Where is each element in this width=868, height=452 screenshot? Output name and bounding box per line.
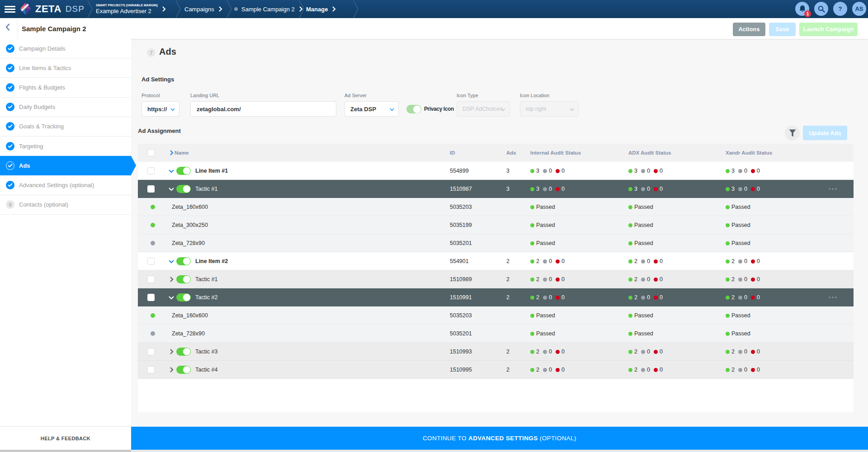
row-menu-button[interactable]	[829, 180, 837, 198]
table-row-zeta-160x600[interactable]: Zeta_160x6005035203PassedPassedPassed	[138, 306, 854, 325]
update-ads-button[interactable]: Update Ads	[803, 126, 847, 140]
row-ads-count: 2	[506, 252, 509, 270]
table-row-tactic-1[interactable]: Tactic #115109892200200200	[138, 270, 854, 288]
sidebar-item-campaign-details[interactable]: Campaign Details	[0, 39, 131, 58]
help-feedback-button[interactable]: HELP & FEEDBACK	[0, 426, 131, 450]
table-row-line-item-2[interactable]: Line Item #25549012200200200	[138, 252, 854, 270]
row-expand-chevron-icon[interactable]	[168, 361, 175, 379]
col-header-internal-audit[interactable]: Internal Audit Status	[530, 144, 581, 162]
row-active-toggle[interactable]	[176, 167, 191, 175]
help-icon[interactable]: ?	[833, 2, 847, 16]
row-menu-button[interactable]	[829, 288, 837, 306]
row-expand-chevron-icon[interactable]	[168, 180, 175, 198]
table-row-zeta-300x250[interactable]: Zeta_300x2505035199PassedPassedPassed	[138, 216, 854, 234]
title-divider	[17, 18, 18, 39]
search-icon[interactable]	[814, 2, 828, 16]
breadcrumb-advertiser[interactable]: SMART PROJECTS (VARIABLE MARGIN) Example…	[96, 0, 166, 18]
row-active-toggle[interactable]	[176, 185, 191, 193]
row-active-toggle[interactable]	[176, 293, 191, 301]
filter-button[interactable]	[785, 126, 800, 141]
sidebar-item-daily-budgets[interactable]: Daily Budgets	[0, 98, 131, 117]
audit-count: 0	[556, 258, 565, 264]
ad-id: 5035203	[450, 306, 472, 325]
save-button[interactable]: Save	[769, 23, 796, 36]
table-row-tactic-4[interactable]: Tactic #415109952200200200	[138, 361, 854, 379]
audit-count: 0	[556, 186, 565, 192]
chevron-right-icon	[162, 6, 166, 12]
table-footer-space	[138, 379, 854, 412]
row-expand-chevron-icon[interactable]	[168, 343, 175, 361]
row-checkbox[interactable]	[147, 294, 155, 301]
audit-count: 0	[654, 168, 663, 174]
col-header-name[interactable]: Name	[175, 144, 189, 162]
table-row-zeta-728x90[interactable]: Zeta_728x905035201PassedPassedPassed	[138, 234, 854, 252]
audit-count: 0	[556, 294, 565, 301]
notifications-bell-icon[interactable]: 1	[795, 2, 809, 16]
landing-url-input[interactable]: zetaglobal.com/	[190, 101, 336, 117]
privacy-icon-toggle[interactable]	[406, 105, 421, 113]
sidebar-item-goals-tracking[interactable]: Goals & Tracking	[0, 117, 131, 137]
row-expand-chevron-icon[interactable]	[168, 252, 175, 270]
audit-count: 0	[556, 367, 565, 373]
row-checkbox[interactable]	[147, 276, 155, 283]
ad-status-dot-icon	[151, 331, 155, 336]
check-circle-icon	[6, 64, 14, 72]
launch-campaign-button[interactable]: Launch Campaign	[799, 23, 858, 36]
audit-count: 2	[628, 276, 637, 282]
back-button[interactable]	[5, 24, 15, 33]
row-checkbox[interactable]	[147, 167, 155, 174]
icon-location-select[interactable]: top right	[520, 101, 579, 117]
row-checkbox[interactable]	[147, 366, 155, 373]
expand-all-chevron-icon[interactable]	[168, 144, 175, 162]
ad-name: Zeta_160x600	[172, 198, 208, 216]
row-active-toggle[interactable]	[176, 275, 191, 283]
row-checkbox[interactable]	[147, 258, 155, 265]
select-all-checkbox[interactable]	[147, 149, 155, 156]
icon-type-select[interactable]: DSP AdChoices	[457, 101, 510, 117]
row-active-toggle[interactable]	[176, 348, 191, 356]
table-row-zeta-728x90[interactable]: Zeta_728x905035201PassedPassedPassed	[138, 325, 854, 343]
ad-server-select[interactable]: Zeta DSP	[344, 101, 399, 117]
row-active-toggle[interactable]	[176, 366, 191, 374]
sidebar-item-line-items-tactics[interactable]: Line Items & Tactics	[0, 58, 131, 78]
row-checkbox[interactable]	[147, 348, 155, 355]
continue-button[interactable]: CONTINUE TO ADVANCED SETTINGS (OPTIONAL)	[131, 427, 868, 450]
breadcrumb-divider	[87, 0, 93, 18]
row-name: Tactic #3	[195, 343, 217, 361]
row-expand-chevron-icon[interactable]	[168, 288, 175, 306]
breadcrumb-campaigns[interactable]: Campaigns	[184, 0, 222, 18]
table-row-tactic-2[interactable]: Tactic #215109912200200200	[138, 288, 854, 306]
breadcrumb-campaign[interactable]: Sample Campaign 2	[234, 0, 303, 18]
audit-passed: Passed	[726, 204, 750, 210]
table-row-tactic-3[interactable]: Tactic #315109932200200200	[138, 343, 854, 361]
row-checkbox[interactable]	[147, 185, 155, 193]
row-active-toggle[interactable]	[176, 257, 191, 265]
table-row-line-item-1[interactable]: Line Item #15548993300300300	[138, 162, 854, 180]
avatar[interactable]: AS	[852, 2, 866, 16]
audit-count: 3	[628, 186, 637, 192]
sidebar-item-contacts-optional[interactable]: 9Contacts (optional)	[0, 195, 131, 215]
zeta-dsp-logo[interactable]: ZETA DSP	[20, 3, 85, 15]
table-row-zeta-160x600[interactable]: Zeta_160x6005035203PassedPassedPassed	[138, 198, 854, 216]
sidebar-item-ads[interactable]: Ads	[0, 156, 131, 175]
row-id: 1510987	[450, 180, 472, 198]
col-header-xandr-audit[interactable]: Xandr Audit Status	[726, 144, 772, 162]
hamburger-menu-icon[interactable]	[5, 6, 15, 13]
col-header-adx-audit[interactable]: ADX Audit Status	[628, 144, 671, 162]
col-header-ads[interactable]: Ads	[506, 144, 516, 162]
row-name: Tactic #4	[195, 361, 217, 379]
audit-count: 2	[530, 348, 539, 355]
table-row-tactic-1[interactable]: Tactic #115109873300300300	[138, 180, 854, 198]
breadcrumb-manage[interactable]: Manage	[306, 0, 336, 18]
protocol-select[interactable]: https://	[142, 101, 179, 117]
col-header-id[interactable]: ID	[450, 144, 455, 162]
ad-status-dot-icon	[151, 223, 155, 227]
sidebar-item-advanced-settings-optional[interactable]: Advanced Settings (optional)	[0, 175, 131, 195]
actions-button[interactable]: Actions	[733, 23, 765, 36]
icon-type-label: Icon Type	[457, 93, 478, 98]
sidebar-item-flights-budgets[interactable]: Flights & Budgets	[0, 78, 131, 97]
row-expand-chevron-icon[interactable]	[168, 162, 175, 180]
row-expand-chevron-icon[interactable]	[168, 270, 175, 288]
sidebar-item-targeting[interactable]: Targeting	[0, 137, 131, 156]
audit-count: 0	[751, 186, 760, 192]
